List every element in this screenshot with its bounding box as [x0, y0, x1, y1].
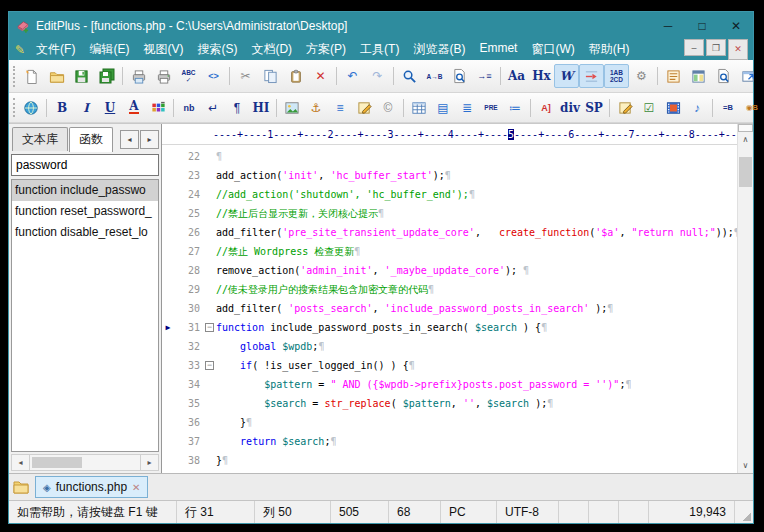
code-line[interactable]: 29//使未登录用户的搜索结果包含加密文章的代码¶	[162, 280, 738, 299]
split-handle[interactable]	[738, 124, 753, 132]
redo-icon[interactable]: ↷	[365, 64, 390, 88]
line-break-icon[interactable]: ↵	[201, 97, 225, 119]
line-number-icon[interactable]: 1AB 2CD	[604, 64, 629, 88]
resize-grip[interactable]	[735, 501, 753, 523]
checkbox-icon[interactable]: ☑	[637, 97, 661, 119]
textarea-icon[interactable]: ▤	[431, 97, 455, 119]
vscroll-thumb[interactable]	[739, 157, 752, 187]
input-field-icon[interactable]: =B	[716, 97, 740, 119]
goto-line-icon[interactable]: →≡	[472, 64, 497, 88]
tab-close-icon[interactable]: ✕	[132, 482, 140, 493]
tab-scroll-left-icon[interactable]: ◂	[120, 130, 139, 149]
function-search-input[interactable]	[11, 154, 159, 176]
scroll-down-icon[interactable]: ∨	[738, 458, 753, 473]
menu-file[interactable]: 文件(F)	[29, 40, 82, 59]
print-icon[interactable]	[151, 64, 176, 88]
menu-emmet[interactable]: Emmet	[472, 40, 524, 59]
div-tag-icon[interactable]: div	[558, 97, 582, 119]
copyright-icon[interactable]: ©	[376, 97, 400, 119]
save-icon[interactable]	[69, 64, 94, 88]
code-line[interactable]: 38}¶	[162, 451, 738, 470]
code-line[interactable]: 26add_filter('pre_site_transient_update_…	[162, 223, 738, 242]
find-icon[interactable]	[397, 64, 422, 88]
spell-check-icon[interactable]: ABC ✓	[176, 64, 201, 88]
code-line[interactable]: 32 global $wpdb;¶	[162, 337, 738, 356]
find-in-files-icon[interactable]	[447, 64, 472, 88]
code-line[interactable]: 39¶	[162, 470, 738, 473]
new-document-icon[interactable]	[19, 64, 44, 88]
scroll-right-icon[interactable]: ▸	[140, 454, 159, 471]
mdi-close-button[interactable]: ✕	[728, 39, 748, 60]
radio-button-icon[interactable]: ◉B	[740, 97, 764, 119]
menu-view[interactable]: 视图(V)	[136, 40, 190, 59]
menu-browser[interactable]: 浏览器(B)	[406, 40, 472, 59]
word-wrap-icon[interactable]: W	[554, 64, 579, 88]
sound-icon[interactable]: ♪	[685, 97, 709, 119]
paste-icon[interactable]	[283, 64, 308, 88]
save-all-icon[interactable]	[94, 64, 119, 88]
undo-icon[interactable]: ↶	[340, 64, 365, 88]
code-line[interactable]: 36 }¶	[162, 413, 738, 432]
browser-icon[interactable]	[19, 97, 43, 119]
bold-icon[interactable]: B	[50, 97, 74, 119]
anchor-icon[interactable]: ⚓	[304, 97, 328, 119]
menu-search[interactable]: 搜索(S)	[190, 40, 244, 59]
code-area[interactable]: 22¶23add_action('init', 'hc_buffer_start…	[162, 145, 738, 473]
code-line[interactable]: ▶31–function include_password_posts_in_s…	[162, 318, 738, 337]
scroll-left-icon[interactable]: ◂	[11, 454, 30, 471]
code-line[interactable]: 34 $pattern = " AND ({$wpdb->prefix}post…	[162, 375, 738, 394]
font-color-icon[interactable]: A	[122, 97, 146, 119]
code-editor[interactable]: ----+----1----+----2----+----3----+----4…	[162, 124, 753, 473]
close-button[interactable]: ✕	[719, 12, 753, 39]
menu-project[interactable]: 方案(P)	[299, 40, 353, 59]
document-tab-functions-php[interactable]: ◈ functions.php ✕	[35, 476, 148, 498]
code-line[interactable]: 24//add_action('shutdown', 'hc_buffer_en…	[162, 185, 738, 204]
document-selector-icon[interactable]	[686, 64, 711, 88]
function-list-item[interactable]: function reset_password_	[12, 201, 158, 222]
nbsp-icon[interactable]: nb	[177, 97, 201, 119]
code-line[interactable]: 23add_action('init', 'hc_buffer_start');…	[162, 166, 738, 185]
form-icon[interactable]	[613, 97, 637, 119]
code-line[interactable]: 37 return $search;¶	[162, 432, 738, 451]
indent-guide-icon[interactable]	[579, 64, 604, 88]
output-window-icon[interactable]	[711, 64, 736, 88]
menu-document[interactable]: 文档(D)	[244, 40, 299, 59]
delete-icon[interactable]: ✕	[308, 64, 333, 88]
preferences-icon[interactable]: ⚙	[629, 64, 654, 88]
sidebar-tab-cliptext[interactable]: 文本库	[12, 127, 68, 151]
sidebar-tab-functions[interactable]: 函数	[69, 127, 113, 152]
directory-icon[interactable]	[13, 480, 29, 494]
toolbar-grip[interactable]	[13, 98, 15, 117]
color-palette-icon[interactable]	[146, 97, 170, 119]
underline-icon[interactable]: U	[98, 97, 122, 119]
code-line[interactable]: 30add_filter( 'posts_search', 'include_p…	[162, 299, 738, 318]
print-preview-icon[interactable]	[126, 64, 151, 88]
toolbar-grip[interactable]	[13, 66, 15, 87]
hex-view-icon[interactable]: Hx	[529, 64, 554, 88]
browser-window-icon[interactable]	[736, 64, 761, 88]
hscroll-thumb[interactable]	[32, 457, 82, 468]
multimedia-icon[interactable]	[661, 97, 685, 119]
mdi-minimize-button[interactable]: –	[684, 39, 704, 56]
maximize-button[interactable]: □	[685, 12, 719, 39]
align-center-icon[interactable]: ≣	[455, 97, 479, 119]
table-icon[interactable]	[407, 97, 431, 119]
change-case-icon[interactable]: Aa	[504, 64, 529, 88]
code-line[interactable]: 35 $search = str_replace( $pattern, '', …	[162, 394, 738, 413]
minimize-button[interactable]: ─	[651, 12, 685, 39]
list-tag-icon[interactable]: ≔	[503, 97, 527, 119]
menu-window[interactable]: 窗口(W)	[524, 40, 581, 59]
menu-edit[interactable]: 编辑(E)	[82, 40, 136, 59]
replace-icon[interactable]: A→B	[422, 64, 447, 88]
paragraph-icon[interactable]: ¶	[225, 97, 249, 119]
fold-collapse-icon[interactable]: –	[205, 323, 214, 332]
italic-icon[interactable]: I	[74, 97, 98, 119]
code-line[interactable]: 27//禁止 Wordpress 检查更新¶	[162, 242, 738, 261]
cliptext-panel-icon[interactable]	[661, 64, 686, 88]
pre-tag-icon[interactable]: PRE	[479, 97, 503, 119]
image-icon[interactable]	[280, 97, 304, 119]
menu-help[interactable]: 帮助(H)	[582, 40, 637, 59]
html-tag-icon[interactable]: <>	[201, 64, 226, 88]
email-link-icon[interactable]	[352, 97, 376, 119]
open-file-icon[interactable]	[44, 64, 69, 88]
